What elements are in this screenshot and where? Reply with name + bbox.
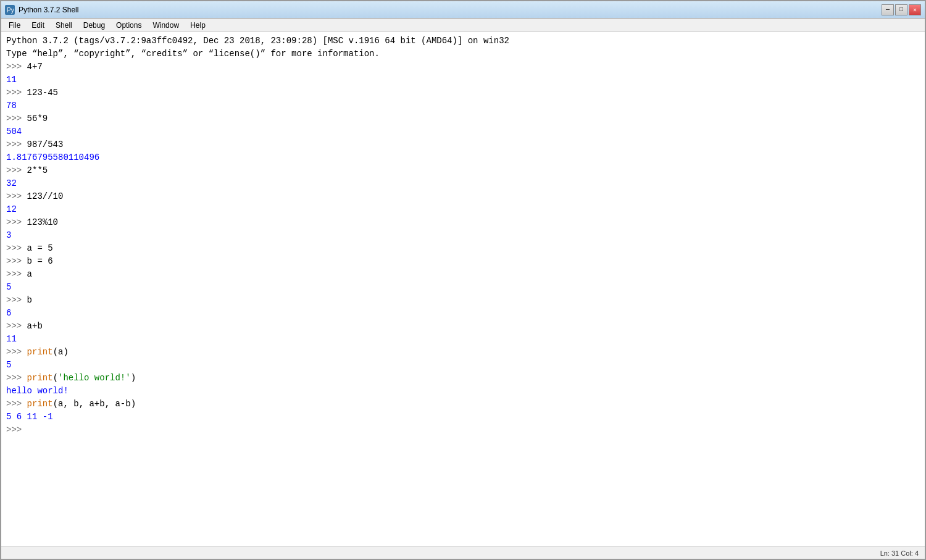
menu-window[interactable]: Window xyxy=(148,20,184,31)
prompt-10: >>> a xyxy=(6,268,920,281)
header-line-2: Type “help”, “copyright”, “credits” or “… xyxy=(6,48,920,61)
python-icon: Py xyxy=(5,5,15,15)
prompt-11: >>> b xyxy=(6,294,920,307)
shell-content[interactable]: Python 3.7.2 (tags/v3.7.2:9a3ffc0492, De… xyxy=(1,32,925,546)
menu-options[interactable]: Options xyxy=(111,20,146,31)
result-3: 504 xyxy=(6,125,920,138)
menu-debug[interactable]: Debug xyxy=(78,20,110,31)
menu-file[interactable]: File xyxy=(4,20,25,31)
result-13: 5 xyxy=(6,359,920,372)
prompt-2: >>> 123-45 xyxy=(6,86,920,99)
window-title: Python 3.7.2 Shell xyxy=(19,6,78,14)
menu-help[interactable]: Help xyxy=(185,20,211,31)
result-2: 78 xyxy=(6,99,920,112)
result-10: 5 xyxy=(6,281,920,294)
result-5: 32 xyxy=(6,177,920,190)
menu-shell[interactable]: Shell xyxy=(51,20,77,31)
prompt-6: >>> 123//10 xyxy=(6,190,920,203)
minimize-button[interactable]: — xyxy=(882,4,894,15)
main-window: Py Python 3.7.2 Shell — □ ✕ File Edit Sh… xyxy=(0,0,926,560)
prompt-15: >>> print(a, b, a+b, a-b) xyxy=(6,398,920,411)
svg-text:Py: Py xyxy=(7,7,14,14)
prompt-4: >>> 987/543 xyxy=(6,138,920,151)
final-prompt: >>> xyxy=(6,424,920,437)
prompt-14: >>> print('hello world!') xyxy=(6,372,920,385)
title-bar-left: Py Python 3.7.2 Shell xyxy=(5,5,78,15)
result-6: 12 xyxy=(6,203,920,216)
result-7: 3 xyxy=(6,229,920,242)
prompt-12: >>> a+b xyxy=(6,320,920,333)
status-bar: Ln: 31 Col: 4 xyxy=(1,546,925,559)
menu-bar: File Edit Shell Debug Options Window Hel… xyxy=(1,19,925,32)
prompt-1: >>> 4+7 xyxy=(6,61,920,73)
prompt-9: >>> b = 6 xyxy=(6,255,920,268)
title-bar: Py Python 3.7.2 Shell — □ ✕ xyxy=(1,1,925,19)
status-ln-col: Ln: 31 Col: 4 xyxy=(880,550,919,557)
result-4: 1.8176795580110496 xyxy=(6,151,920,164)
result-14: hello world! xyxy=(6,385,920,398)
result-1: 11 xyxy=(6,73,920,86)
maximize-button[interactable]: □ xyxy=(895,4,907,15)
result-12: 11 xyxy=(6,333,920,346)
prompt-13: >>> print(a) xyxy=(6,346,920,359)
header-line-1: Python 3.7.2 (tags/v3.7.2:9a3ffc0492, De… xyxy=(6,35,920,48)
result-15: 5 6 11 -1 xyxy=(6,411,920,424)
title-controls: — □ ✕ xyxy=(882,4,921,15)
prompt-7: >>> 123%10 xyxy=(6,216,920,229)
close-button[interactable]: ✕ xyxy=(909,4,921,15)
menu-edit[interactable]: Edit xyxy=(27,20,49,31)
prompt-5: >>> 2**5 xyxy=(6,164,920,177)
prompt-8: >>> a = 5 xyxy=(6,242,920,255)
prompt-3: >>> 56*9 xyxy=(6,112,920,125)
result-11: 6 xyxy=(6,307,920,320)
